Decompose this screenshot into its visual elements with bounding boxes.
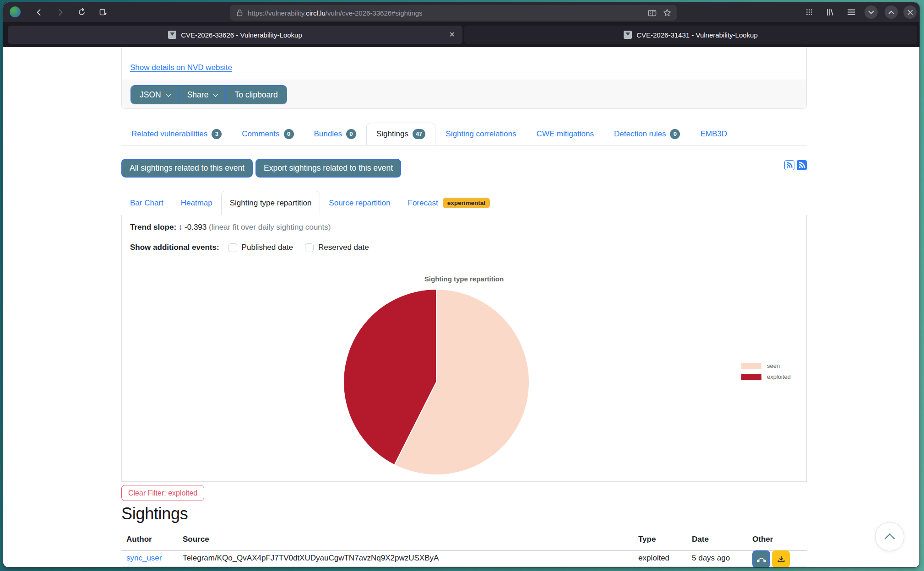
chart-tab-sighting-type-repartition[interactable]: Sighting type repartition: [221, 191, 321, 215]
source-cell: Telegram/KQo_QvAX4pFJ7TV0dtXUDyauCgwTN7a…: [183, 554, 439, 563]
tab-cwe-mitigations[interactable]: CWE mitigations: [526, 123, 604, 145]
card-footer: JSONShareTo clipboard: [122, 80, 806, 108]
col-type: Type: [638, 535, 656, 544]
rss-solid-icon[interactable]: [797, 160, 807, 170]
tab-bundles[interactable]: Bundles0: [304, 123, 366, 145]
legend-swatch: [741, 363, 761, 369]
date-cell: 5 days ago: [692, 554, 730, 563]
published-date-checkbox[interactable]: [228, 243, 237, 252]
json-button[interactable]: JSON: [131, 86, 178, 104]
back-button[interactable]: [33, 2, 45, 22]
profile-globe-icon[interactable]: [10, 6, 21, 17]
menu-hamburger-icon[interactable]: [844, 2, 859, 22]
export-sightings-button[interactable]: Export sightings related to this event: [255, 159, 401, 178]
trend-arrow-icon: ↓: [179, 223, 185, 232]
legend-swatch: [741, 374, 761, 380]
count-badge: 47: [413, 129, 425, 139]
count-badge: 0: [670, 129, 680, 139]
chart-tab-forecast[interactable]: Forecastexperimental: [399, 191, 499, 215]
export-button-group: JSONShareTo clipboard: [130, 85, 287, 104]
count-badge: 0: [284, 129, 294, 139]
count-badge: 0: [346, 129, 356, 139]
url-bar[interactable]: https://vulnerability.circl.lu/vuln/cve-…: [230, 5, 677, 21]
window-maximize-button[interactable]: [885, 5, 898, 19]
chart-panel: Trend slope: ↓ -0.393 (linear fit over d…: [121, 215, 807, 482]
tab-favicon: [168, 31, 176, 39]
browser-toolbar: https://vulnerability.circl.lu/vuln/cve-…: [3, 2, 919, 22]
rss-outline-icon[interactable]: [784, 160, 794, 170]
author-link[interactable]: sync_user: [126, 554, 162, 563]
col-date: Date: [692, 535, 709, 544]
chart-tabs: Bar ChartHeatmapSighting type repartitio…: [121, 191, 807, 215]
tab-title: CVE-2026-33626 - Vulnerability-Lookup: [181, 31, 302, 39]
sightings-button-row: All sightings related to this event Expo…: [121, 159, 401, 178]
tab-emb3d[interactable]: EMB3D: [690, 123, 737, 145]
table-header-border: [121, 550, 807, 551]
chart-legend[interactable]: seenexploited: [741, 362, 791, 384]
all-sightings-button[interactable]: All sightings related to this event: [121, 159, 253, 178]
vulnerability-card: Show details on NVD website JSONShareTo …: [121, 47, 807, 109]
legend-label: exploited: [767, 373, 791, 380]
browser-tab-2[interactable]: CVE-2026-31431 - Vulnerability-Lookup: [464, 26, 917, 44]
window-close-button[interactable]: [903, 5, 917, 19]
col-source: Source: [183, 535, 209, 544]
share-button[interactable]: Share: [178, 86, 226, 104]
extensions-grid-icon[interactable]: [802, 2, 816, 22]
tab-sighting-correlations[interactable]: Sighting correlations: [435, 123, 526, 145]
screenshot-page-button[interactable]: [96, 2, 109, 22]
window-minimize-button[interactable]: [864, 5, 878, 19]
chart-tab-source-repartition[interactable]: Source repartition: [320, 191, 399, 215]
url-text: https://vulnerability.circl.lu/vuln/cve-…: [248, 9, 423, 17]
tab-detection-rules[interactable]: Detection rules0: [604, 123, 690, 145]
additional-events-row: Show additional events: Published date R…: [130, 243, 369, 252]
type-cell: exploited: [638, 554, 669, 563]
published-date-label: Published date: [242, 243, 293, 252]
download-sighting-button[interactable]: [772, 550, 790, 567]
tab-sightings[interactable]: Sightings47: [366, 123, 435, 145]
legend-label: seen: [767, 362, 780, 369]
count-badge: 3: [212, 129, 222, 139]
tab-comments[interactable]: Comments0: [232, 123, 304, 145]
chevron-down-icon: [213, 91, 219, 97]
chart-title: Sighting type repartition: [122, 275, 806, 283]
legend-item[interactable]: seen: [741, 362, 791, 369]
sightings-heading: Sightings: [121, 504, 188, 523]
chevron-down-icon: [165, 91, 171, 97]
legend-item[interactable]: exploited: [741, 373, 791, 380]
page-content: Show details on NVD website JSONShareTo …: [3, 47, 919, 567]
chart-tab-heatmap[interactable]: Heatmap: [172, 191, 221, 215]
nvd-details-link[interactable]: Show details on NVD website: [130, 63, 232, 72]
forward-button[interactable]: [54, 2, 67, 22]
trend-slope: Trend slope: ↓ -0.393 (linear fit over d…: [130, 223, 331, 232]
main-nav-tabs: Related vulnerabilities3Comments0Bundles…: [121, 123, 807, 145]
tab-title: CVE-2026-31431 - Vulnerability-Lookup: [636, 31, 758, 39]
col-author: Author: [126, 535, 152, 544]
tab-related-vulnerabilities[interactable]: Related vulnerabilities3: [121, 123, 232, 145]
reserved-date-checkbox[interactable]: [305, 243, 314, 252]
reserved-date-label: Reserved date: [318, 243, 369, 252]
library-icon[interactable]: [823, 2, 837, 22]
col-other: Other: [752, 535, 773, 544]
reload-button[interactable]: [75, 2, 88, 22]
pie-slice-divider: [436, 290, 437, 382]
scroll-to-top-button[interactable]: [875, 522, 904, 551]
sighting-graph-button[interactable]: [752, 550, 770, 567]
tab-favicon: [624, 31, 632, 39]
tab-strip: CVE-2026-33626 - Vulnerability-Lookup ✕ …: [3, 22, 919, 47]
chart-tab-bar-chart[interactable]: Bar Chart: [121, 191, 172, 215]
to-clipboard-button[interactable]: To clipboard: [225, 86, 286, 104]
tab-close-icon[interactable]: ✕: [449, 30, 455, 39]
experimental-badge: experimental: [443, 198, 490, 208]
bookmark-star-icon[interactable]: [663, 9, 671, 17]
clear-filter-button[interactable]: Clear Filter: exploited: [121, 485, 204, 501]
lock-icon: [236, 9, 243, 16]
table-row-border: [121, 566, 807, 567]
browser-window: https://vulnerability.circl.lu/vuln/cve-…: [3, 2, 919, 567]
browser-tab-1[interactable]: CVE-2026-33626 - Vulnerability-Lookup ✕: [8, 26, 462, 44]
reader-mode-icon[interactable]: [648, 9, 657, 17]
